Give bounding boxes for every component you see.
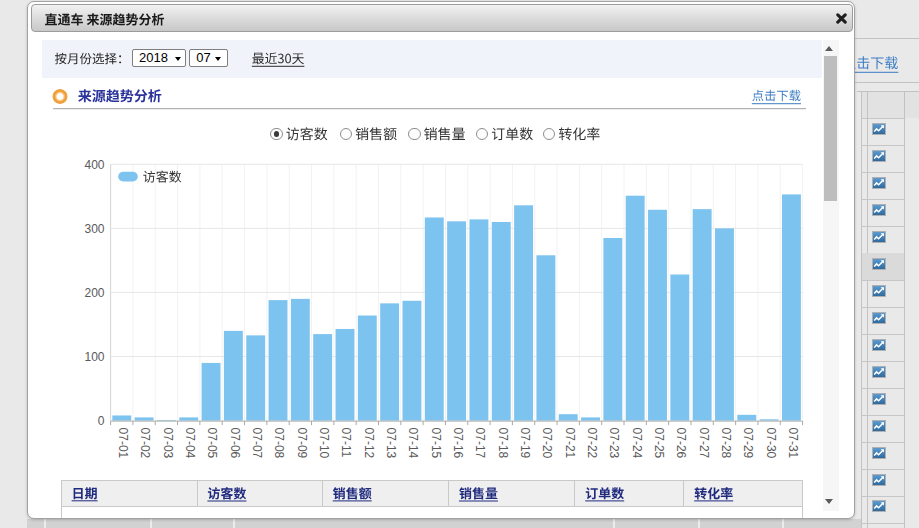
svg-text:07-10: 07-10	[317, 428, 331, 459]
svg-text:07-11: 07-11	[339, 428, 353, 458]
svg-text:07-17: 07-17	[473, 428, 487, 459]
svg-text:07-04: 07-04	[183, 428, 197, 459]
svg-text:100: 100	[84, 350, 104, 364]
svg-text:07-23: 07-23	[607, 428, 621, 459]
svg-text:07-25: 07-25	[652, 428, 666, 459]
svg-text:07-02: 07-02	[138, 428, 152, 459]
svg-text:07-29: 07-29	[741, 428, 755, 459]
svg-text:07-01: 07-01	[116, 428, 130, 459]
svg-text:07-15: 07-15	[429, 428, 443, 459]
svg-text:07-19: 07-19	[518, 428, 532, 459]
svg-text:07-05: 07-05	[205, 428, 219, 459]
svg-text:07-07: 07-07	[250, 428, 264, 459]
svg-text:07-12: 07-12	[362, 428, 376, 459]
svg-text:300: 300	[84, 222, 104, 236]
svg-text:07-22: 07-22	[585, 428, 599, 459]
svg-text:07-31: 07-31	[786, 428, 800, 459]
svg-text:07-27: 07-27	[697, 428, 711, 459]
svg-text:07-26: 07-26	[674, 428, 688, 459]
svg-text:07-06: 07-06	[228, 428, 242, 459]
svg-text:07-14: 07-14	[406, 428, 420, 459]
svg-text:200: 200	[84, 286, 104, 300]
svg-text:07-20: 07-20	[540, 428, 554, 459]
svg-text:07-16: 07-16	[451, 428, 465, 459]
svg-text:07-13: 07-13	[384, 428, 398, 459]
svg-text:400: 400	[84, 158, 104, 172]
svg-text:07-03: 07-03	[161, 428, 175, 459]
svg-text:07-21: 07-21	[563, 428, 577, 459]
svg-text:07-30: 07-30	[764, 428, 778, 459]
svg-text:07-24: 07-24	[630, 428, 644, 459]
svg-text:07-18: 07-18	[496, 428, 510, 459]
svg-text:07-28: 07-28	[719, 428, 733, 459]
svg-text:0: 0	[98, 414, 105, 428]
svg-text:07-08: 07-08	[272, 428, 286, 459]
svg-text:07-09: 07-09	[295, 428, 309, 459]
